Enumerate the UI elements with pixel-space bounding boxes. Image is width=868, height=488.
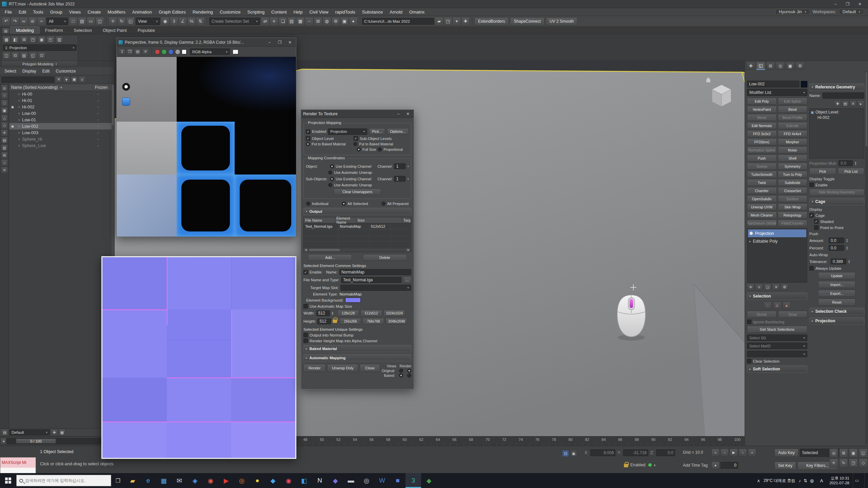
object-color-swatch[interactable] — [801, 81, 807, 87]
show-desktop-button[interactable] — [864, 473, 867, 488]
modifier-button[interactable]: TurboSmooth — [747, 171, 777, 178]
scene-object-row[interactable]: ◉ ○ Hi-002 ▪ — [9, 104, 112, 110]
export-button[interactable]: Export... — [818, 290, 855, 297]
output-table-hscrollbar[interactable]: ◄ ► — [304, 248, 411, 252]
weather-widget[interactable]: 29°C 대체로 흐림 — [764, 478, 795, 484]
start-button[interactable] — [0, 473, 16, 488]
named-selection-set-dropdown[interactable]: Create Selection Set▾ — [209, 18, 260, 25]
selection-lock-toggle-icon[interactable]: ◉ — [570, 450, 577, 457]
taskbar-icon-3dsmax[interactable]: 3 — [406, 473, 421, 488]
menu-item[interactable]: Civil View — [306, 9, 332, 15]
clear-search-icon[interactable]: ✕ — [55, 76, 62, 83]
output-row[interactable]: Test_Normal.tga NormalsMap 512x512 — [304, 223, 411, 229]
shrink-button[interactable]: Shrink — [747, 311, 776, 318]
taskbar-icon-firefox[interactable]: ◎ — [234, 473, 250, 488]
save-image-icon[interactable]: ↧ — [119, 48, 125, 55]
use-pivot-point-center-icon[interactable]: ◉ — [161, 17, 170, 26]
render-baked-radio[interactable] — [407, 373, 411, 378]
scene-object-row[interactable]: ◉ ○ Hi-01 ▪ — [9, 97, 112, 104]
taskbar-icon-substance[interactable]: ◆ — [421, 473, 437, 488]
reference-name-field[interactable] — [823, 93, 864, 99]
poly-modeling-icon-3[interactable]: ⊞ — [20, 36, 28, 43]
menu-item[interactable]: Arnold — [386, 9, 406, 15]
modifier-button[interactable]: Edit Spline — [778, 98, 808, 105]
reference-geometry-list[interactable]: ▣Object Level: Hi-002 — [809, 108, 864, 159]
file-name-field[interactable]: Test_Normal.tga — [341, 277, 401, 283]
output-rollout-header[interactable]: ▾Output — [303, 208, 411, 215]
notification-center-icon[interactable]: ▭ — [853, 473, 861, 488]
maximize-button[interactable]: ❐ — [276, 38, 284, 46]
select-matid-dropdown[interactable]: Select MatID▾ — [747, 343, 807, 349]
taskbar-icon-edge[interactable]: e — [140, 473, 156, 488]
put-to-baked-material-object-radio[interactable] — [306, 142, 310, 146]
map-size-button[interactable]: 512x512 — [360, 310, 382, 317]
minimize-button[interactable]: – — [265, 38, 274, 46]
modifier-button[interactable]: Skin Wrap — [778, 203, 808, 210]
map-size-button[interactable]: 2048x2048 — [386, 318, 407, 325]
go-to-start-icon[interactable]: « — [711, 449, 719, 456]
modifier-button[interactable]: Noise — [778, 146, 808, 154]
auto-map-size-checkbox[interactable] — [303, 304, 308, 308]
polygon-modeling-panel-title[interactable]: Polygon Modeling▾ — [2, 61, 78, 67]
scene-object-row[interactable]: ◉ ○ Low-002 ▪ — [9, 123, 112, 129]
spinner-icon[interactable]: ▲▼ — [854, 161, 856, 165]
ribbon-tab[interactable]: Populate — [132, 27, 160, 34]
ribbon-menu-icon[interactable]: ▤ — [2, 28, 9, 34]
stack-item-editable-poly[interactable]: ▸ Editable Poly — [748, 237, 806, 245]
modifier-button[interactable]: Surface — [778, 195, 808, 202]
menu-item[interactable]: File — [1, 9, 15, 15]
z-coordinate-field[interactable]: 0.0 — [656, 449, 675, 456]
scene-object-row[interactable]: ◉ ○ Low-01 ▪ — [9, 117, 112, 123]
close-button[interactable]: ✕ — [854, 0, 866, 8]
taskbar-icon-teams[interactable]: ■ — [390, 473, 406, 488]
tab-hierarchy[interactable]: ⊞ — [766, 62, 775, 70]
auto-key-button[interactable]: Auto Key — [774, 449, 798, 457]
scene-explorer-menu[interactable]: Edit — [39, 68, 53, 74]
modifier-button[interactable]: Unwrap UVW — [747, 203, 777, 210]
automatic-mapping-rollout-header[interactable]: ▸Automatic Mapping — [303, 354, 411, 361]
views-baked-radio[interactable] — [399, 373, 403, 378]
soft-selection-rollout-header[interactable]: ▸Soft Selection — [747, 365, 807, 373]
reference-geometry-rollout-header[interactable]: ▾Reference Geometry — [809, 83, 864, 91]
menu-item[interactable]: Animation — [129, 9, 155, 15]
field-of-view-icon[interactable]: ◇ — [859, 459, 868, 467]
close-button[interactable]: ✕ — [404, 110, 412, 118]
close-dialog-button[interactable]: Close — [360, 364, 380, 372]
frozen-column-header[interactable]: Frozen — [93, 85, 112, 90]
taskbar-icon-explorer[interactable]: ▰ — [125, 473, 140, 488]
curve-editor-icon[interactable]: ~ — [305, 17, 314, 26]
modifier-button[interactable]: FFD 3x3x3 — [747, 130, 777, 137]
lock-aspect-icon[interactable] — [333, 320, 337, 323]
pan-icon[interactable]: ✛ — [829, 459, 838, 467]
poly-modeling-icon-12[interactable]: ⊡ — [38, 52, 46, 59]
play-icon[interactable]: ▶ — [730, 449, 738, 456]
reference-arrow-icon[interactable]: ▸ — [857, 100, 864, 107]
matid-value-dropdown[interactable]: ▾ — [747, 351, 807, 357]
poly-modeling-icon-8[interactable]: ◫ — [2, 52, 11, 59]
zoom-extents-icon[interactable]: ▣ — [849, 449, 858, 458]
modifier-button[interactable]: OpenSubdiv — [747, 195, 777, 202]
set-key-button[interactable]: Set Key — [774, 462, 796, 470]
window-crossing-icon[interactable]: ◫ — [95, 17, 104, 26]
previous-frame-button[interactable]: ◄ — [1, 438, 6, 445]
select-object-icon[interactable]: □ — [69, 17, 78, 26]
x-coordinate-field[interactable]: 8.008 — [590, 449, 615, 456]
ribbon-tab[interactable]: Selection — [68, 27, 97, 34]
maximize-button[interactable]: ❐ — [842, 0, 854, 8]
menu-item[interactable]: Edit — [15, 9, 29, 15]
display-bones-icon[interactable]: ▤ — [1, 137, 8, 144]
taskbar-icon-photos[interactable]: ◈ — [187, 473, 203, 488]
ime-indicator[interactable]: A — [817, 476, 826, 485]
poly-modeling-icon-5[interactable]: ▣ — [38, 36, 46, 43]
show-end-result-icon[interactable]: ≡ — [755, 284, 763, 290]
clear-rendered-frame-icon[interactable]: ✕ — [142, 48, 149, 55]
taskbar-icon-youtube[interactable]: ▶ — [218, 473, 234, 488]
delete-element-button[interactable]: Delete — [363, 254, 407, 261]
scene-explorer-search-input[interactable] — [1, 77, 54, 83]
display-geometry-icon[interactable]: ○ — [1, 92, 8, 99]
zoom-all-icon[interactable]: ⊞ — [839, 449, 848, 458]
frozen-cell[interactable]: ▪ — [93, 125, 112, 128]
toolbar-text-button[interactable]: ExtendBorders — [474, 17, 509, 25]
frozen-cell[interactable]: ▪ — [93, 144, 112, 147]
tab-create[interactable]: ✚ — [746, 62, 755, 70]
